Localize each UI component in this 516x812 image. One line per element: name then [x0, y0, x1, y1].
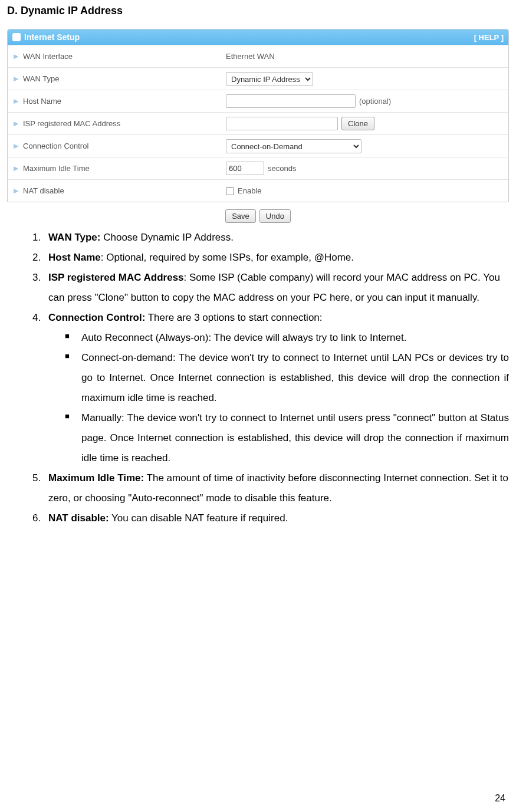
- nat-disable-checkbox-label: Enable: [238, 186, 261, 195]
- undo-button[interactable]: Undo: [259, 209, 291, 223]
- panel-title: Internet Setup: [24, 32, 80, 42]
- row-nat-disable: ▶NAT disable Enable: [8, 179, 508, 202]
- sub-list-item: Connect-on-demand: The device won't try …: [65, 348, 509, 408]
- connection-control-select[interactable]: Connect-on-Demand: [226, 139, 361, 153]
- host-name-input[interactable]: [226, 94, 356, 108]
- instruction-list: WAN Type: Choose Dynamic IP Address. Hos…: [7, 228, 509, 528]
- list-item: NAT disable: You can disable NAT feature…: [44, 508, 509, 528]
- row-wan-interface: ▶WAN Interface Ethernet WAN: [8, 45, 508, 67]
- list-item: ISP registered MAC Address: Some ISP (Ca…: [44, 268, 509, 308]
- sub-list-item: Manually: The device won't try to connec…: [65, 408, 509, 468]
- save-button[interactable]: Save: [225, 209, 256, 223]
- caret-icon: ▶: [14, 165, 18, 172]
- caret-icon: ▶: [14, 142, 18, 150]
- clone-button[interactable]: Clone: [341, 117, 374, 130]
- row-host-name: ▶Host Name (optional): [8, 90, 508, 112]
- host-name-hint: (optional): [359, 97, 391, 106]
- row-connection-control: ▶Connection Control Connect-on-Demand: [8, 134, 508, 157]
- caret-icon: ▶: [14, 75, 18, 83]
- value-wan-interface: Ethernet WAN: [226, 52, 275, 61]
- isp-mac-input[interactable]: [226, 117, 338, 130]
- label-connection-control: Connection Control: [23, 142, 88, 150]
- row-isp-mac: ▶ISP registered MAC Address Clone: [8, 112, 508, 134]
- label-max-idle: Maximum Idle Time: [23, 164, 90, 173]
- label-wan-interface: WAN Interface: [23, 52, 73, 61]
- wan-type-select[interactable]: Dynamic IP Address: [226, 72, 313, 86]
- caret-icon: ▶: [14, 97, 18, 105]
- list-item: WAN Type: Choose Dynamic IP Address.: [44, 228, 509, 248]
- caret-icon: ▶: [14, 120, 18, 127]
- gear-icon: [12, 33, 21, 41]
- max-idle-unit: seconds: [268, 164, 296, 173]
- label-wan-type: WAN Type: [23, 74, 59, 83]
- panel-header: Internet Setup [ HELP ]: [8, 29, 508, 45]
- caret-icon: ▶: [14, 187, 18, 195]
- label-host-name: Host Name: [23, 97, 61, 106]
- caret-icon: ▶: [14, 52, 18, 60]
- label-isp-mac: ISP registered MAC Address: [23, 119, 120, 128]
- instructions: WAN Type: Choose Dynamic IP Address. Hos…: [7, 226, 509, 528]
- max-idle-input[interactable]: [226, 162, 264, 175]
- internet-setup-panel: Internet Setup [ HELP ] ▶WAN Interface E…: [7, 29, 509, 202]
- label-nat-disable: NAT disable: [23, 186, 64, 195]
- help-link[interactable]: [ HELP ]: [474, 33, 504, 42]
- sub-list-item: Auto Reconnect (Always-on): The device w…: [65, 328, 509, 348]
- list-item: Host Name: Optional, required by some IS…: [44, 248, 509, 268]
- list-item: Maximum Idle Time: The amount of time of…: [44, 468, 509, 508]
- row-wan-type: ▶WAN Type Dynamic IP Address: [8, 67, 508, 90]
- button-bar: Save Undo: [7, 205, 509, 226]
- section-heading: D. Dynamic IP Address: [7, 0, 509, 29]
- list-item: Connection Control: There are 3 options …: [44, 308, 509, 468]
- sub-list: Auto Reconnect (Always-on): The device w…: [48, 328, 509, 468]
- page-number: 24: [495, 793, 505, 804]
- nat-disable-checkbox[interactable]: [226, 187, 234, 195]
- row-max-idle: ▶Maximum Idle Time seconds: [8, 157, 508, 179]
